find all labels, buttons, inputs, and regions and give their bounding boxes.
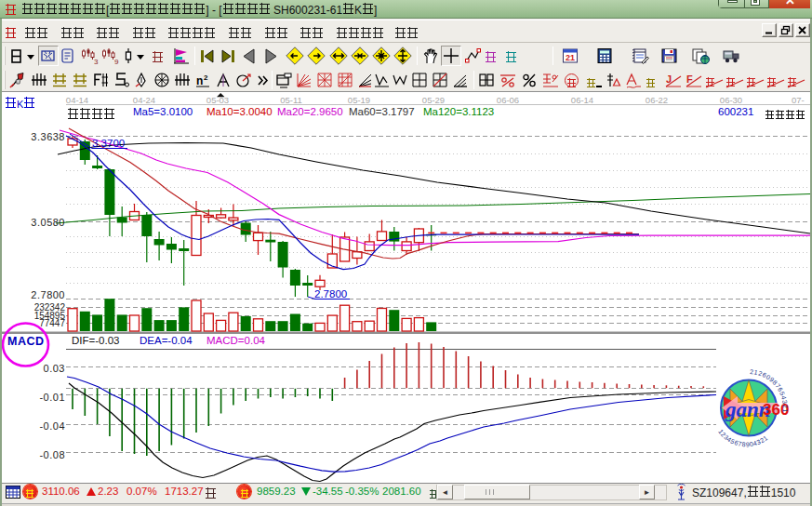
svg-text:2.7800: 2.7800 [314, 288, 347, 300]
svg-text:9: 9 [114, 58, 119, 65]
svg-text:3: 3 [94, 58, 99, 65]
svg-text:3.3700: 3.3700 [92, 138, 125, 149]
svg-text:2: 2 [204, 73, 208, 82]
svg-text:21: 21 [566, 53, 575, 62]
svg-text:n: n [196, 74, 203, 87]
